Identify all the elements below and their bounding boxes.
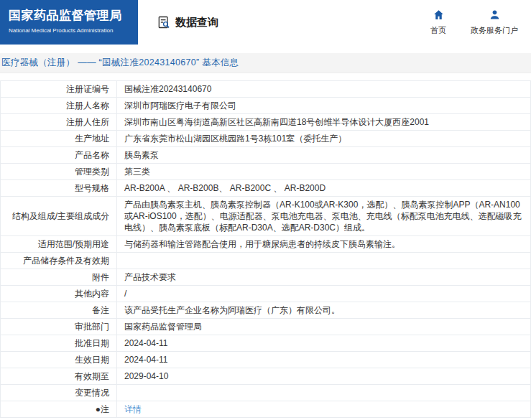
row-label: 管理类别 [1, 164, 117, 180]
registration-info-table: 注册证编号国械注准20243140670注册人名称深圳市阿瑞医疗电子有限公司注册… [0, 80, 531, 418]
row-label: 结构及组成/主要组成成分 [1, 197, 117, 236]
info-table-body: 注册证编号国械注准20243140670注册人名称深圳市阿瑞医疗电子有限公司注册… [1, 81, 531, 418]
row-value: AR-B200A 、 AR-B200B、 AR-B200C 、 AR-B200D [117, 180, 531, 197]
nav-home-label: 首页 [430, 25, 446, 36]
row-label: 生产地址 [1, 131, 117, 147]
table-row: 注册证编号国械注准20243140670 [1, 81, 531, 98]
table-row: 附件产品技术要求 [1, 269, 531, 286]
row-value: 胰岛素泵 [117, 147, 531, 164]
row-label: 适用范围/预期用途 [1, 236, 117, 253]
table-row: 变更情况 [1, 385, 531, 401]
table-row: 其他内容/ [1, 286, 531, 302]
table-row: ●注详情 [1, 401, 531, 418]
nav-portal[interactable]: 政务服务门户 [471, 9, 518, 36]
row-value: 该产品受托生产企业名称为阿瑞医疗（广东）有限公司。 [117, 302, 531, 319]
header: 国家药品监督管理局 National Medical Products Admi… [0, 0, 531, 45]
row-label: 注册人住所 [1, 114, 117, 131]
row-value: 第三类 [117, 164, 531, 180]
table-row: 有效期至2029-04-10 [1, 368, 531, 385]
row-value: / [117, 286, 531, 302]
nav-portal-label: 政务服务门户 [471, 25, 518, 36]
nav-home[interactable]: 首页 [430, 9, 446, 36]
row-value: 深圳市阿瑞医疗电子有限公司 [117, 98, 531, 114]
table-row: 备注该产品受托生产企业名称为阿瑞医疗（广东）有限公司。 [1, 302, 531, 319]
header-nav: 首页 政务服务门户 [430, 9, 531, 36]
table-row: 管理类别第三类 [1, 164, 531, 180]
row-label: 产品名称 [1, 147, 117, 164]
row-label: 附件 [1, 269, 117, 286]
row-label: 注册人名称 [1, 98, 117, 114]
table-row: 注册人住所深圳市南山区粤海街道高新区社区高新南四道18号创维半导体设计大厦西座2… [1, 114, 531, 131]
detail-link[interactable]: 详情 [124, 404, 142, 414]
row-value: 国械注准20243140670 [117, 81, 531, 98]
breadcrumb: 医疗器械（注册） —— “国械注准20243140670” 基本信息 [1, 57, 239, 69]
row-value: 2024-04-11 [117, 352, 531, 368]
row-label: 其他内容 [1, 286, 117, 302]
data-query-icon [157, 15, 171, 29]
row-label: ●注 [1, 401, 117, 418]
row-value: 广东省东莞市松山湖园区桃园路1号3栋101室（委托生产） [117, 131, 531, 147]
row-label: 备注 [1, 302, 117, 319]
breadcrumb-bar: 医疗器械（注册） —— “国械注准20243140670” 基本信息 [0, 53, 531, 73]
table-row: 生效日期2024-04-11 [1, 352, 531, 368]
table-row: 型号规格AR-B200A 、 AR-B200B、 AR-B200C 、 AR-B… [1, 180, 531, 197]
row-label: 产品储存条件及有效期 [1, 253, 117, 269]
user-icon [489, 9, 501, 24]
table-row: 适用范围/预期用途与储药器和输注管路配合使用，用于糖尿病患者的持续皮下胰岛素输注… [1, 236, 531, 253]
row-label: 审批部门 [1, 319, 117, 335]
row-value: 详情 [117, 401, 531, 418]
home-icon [433, 9, 445, 24]
row-label: 型号规格 [1, 180, 117, 197]
table-row: 产品名称胰岛素泵 [1, 147, 531, 164]
section-title: 数据查询 [157, 15, 218, 29]
row-value: 产品由胰岛素泵主机、胰岛素泵控制器（AR-K100或AR-K300，选配）、胰岛… [117, 197, 531, 236]
row-value [117, 385, 531, 401]
table-row: 产品储存条件及有效期 [1, 253, 531, 269]
row-label: 批准日期 [1, 335, 117, 352]
row-label: 注册证编号 [1, 81, 117, 98]
row-label: 生效日期 [1, 352, 117, 368]
table-row: 批准日期2024-04-11 [1, 335, 531, 352]
row-label: 变更情况 [1, 385, 117, 401]
row-value: 2024-04-11 [117, 335, 531, 352]
row-value: 国家药品监督管理局 [117, 319, 531, 335]
row-label: 有效期至 [1, 368, 117, 385]
brand-subtitle: National Medical Products Administration [9, 27, 132, 34]
table-row: 审批部门国家药品监督管理局 [1, 319, 531, 335]
brand-title: 国家药品监督管理局 [9, 7, 132, 24]
section-title-label: 数据查询 [175, 16, 218, 29]
row-value: 产品技术要求 [117, 269, 531, 286]
row-value: 深圳市南山区粤海街道高新区社区高新南四道18号创维半导体设计大厦西座2001 [117, 114, 531, 131]
table-row: 结构及组成/主要组成成分产品由胰岛素泵主机、胰岛素泵控制器（AR-K100或AR… [1, 197, 531, 236]
brand-logo[interactable]: 国家药品监督管理局 National Medical Products Admi… [0, 0, 138, 45]
row-value: 与储药器和输注管路配合使用，用于糖尿病患者的持续皮下胰岛素输注。 [117, 236, 531, 253]
table-row: 生产地址广东省东莞市松山湖园区桃园路1号3栋101室（委托生产） [1, 131, 531, 147]
row-value: 2029-04-10 [117, 368, 531, 385]
table-row: 注册人名称深圳市阿瑞医疗电子有限公司 [1, 98, 531, 114]
row-value [117, 253, 531, 269]
